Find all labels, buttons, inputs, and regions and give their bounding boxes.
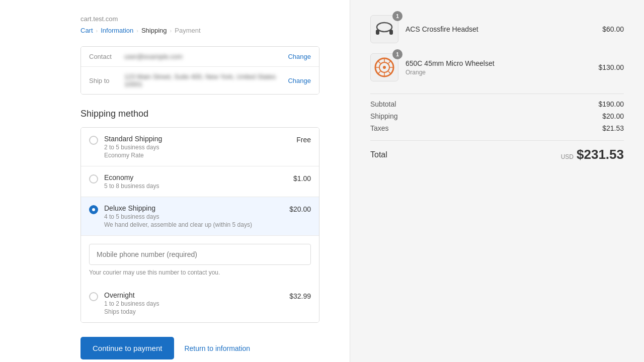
left-panel: cart.test.com Cart › Information › Shipp…: [0, 0, 350, 362]
option-desc-overnight: Ships today: [104, 308, 289, 315]
taxes-value: $21.53: [602, 124, 624, 132]
radio-overnight: [89, 292, 98, 301]
option-days-standard: 2 to 5 business days: [104, 144, 296, 151]
option-price-overnight: $32.99: [289, 291, 311, 300]
subtotal-value: $190.00: [598, 100, 624, 108]
order-item-wheel: 1 650C 45mm Micro Wheelset Orange $130.0…: [370, 53, 624, 81]
option-name-overnight: Overnight: [104, 291, 289, 299]
taxes-label: Taxes: [370, 124, 389, 132]
breadcrumb-information[interactable]: Information: [101, 27, 133, 34]
option-price-standard: Free: [296, 135, 311, 144]
sep-1: ›: [96, 28, 98, 34]
breadcrumb-payment: Payment: [175, 27, 200, 34]
contact-change-link[interactable]: Change: [288, 53, 311, 60]
grand-amount: $231.53: [577, 147, 624, 162]
phone-section: Your courier may use this number to cont…: [81, 235, 319, 284]
option-deluxe[interactable]: Deluxe Shipping 4 to 5 business days We …: [81, 197, 319, 235]
radio-deluxe: [89, 205, 98, 214]
grand-value-wrap: USD $231.53: [561, 147, 624, 162]
grand-currency: USD: [561, 153, 574, 160]
return-to-information-link[interactable]: Return to information: [184, 344, 250, 352]
shipto-change-link[interactable]: Change: [288, 77, 311, 84]
option-name-standard: Standard Shipping: [104, 135, 296, 143]
section-title: Shipping method: [80, 109, 319, 119]
breadcrumb: Cart › Information › Shipping › Payment: [80, 27, 319, 34]
grand-total-row: Total USD $231.53: [370, 140, 624, 162]
item-price-headset: $60.00: [602, 25, 624, 33]
item-price-wheel: $130.00: [598, 63, 624, 71]
store-name: cart.test.com: [80, 15, 319, 23]
option-days-overnight: 1 to 2 business days: [104, 300, 289, 307]
phone-input[interactable]: [89, 244, 311, 265]
option-name-deluxe: Deluxe Shipping: [104, 204, 289, 212]
option-desc-standard: Economy Rate: [104, 152, 296, 159]
option-economy[interactable]: Economy 5 to 8 business days $1.00: [81, 166, 319, 197]
sep-2: ›: [136, 28, 138, 34]
breadcrumb-shipping: Shipping: [141, 27, 167, 34]
wheel-svg: [374, 57, 395, 78]
item-name-headset: ACS Crossfire Headset: [406, 25, 602, 34]
item-info-wheel: 650C 45mm Micro Wheelset Orange: [406, 59, 598, 76]
option-details-standard: Standard Shipping 2 to 5 business days E…: [104, 135, 296, 159]
contact-value: user@example.com: [124, 53, 288, 60]
svg-point-5: [383, 66, 386, 69]
continue-to-payment-button[interactable]: Continue to payment: [80, 337, 174, 359]
taxes-row: Taxes $21.53: [370, 124, 624, 132]
radio-outer-economy: [89, 174, 98, 184]
radio-outer-overnight: [89, 292, 98, 301]
subtotal-label: Subtotal: [370, 100, 396, 108]
option-name-economy: Economy: [104, 173, 293, 182]
grand-total-label: Total: [370, 150, 387, 159]
shipto-value: 123 Main Street, Suite 400, New York, Un…: [124, 73, 288, 88]
radio-outer-standard: [89, 136, 98, 145]
svg-rect-1: [376, 30, 379, 35]
radio-standard: [89, 136, 98, 145]
contact-row: Contact user@example.com Change: [81, 47, 319, 66]
contact-label: Contact: [89, 53, 124, 60]
option-details-deluxe: Deluxe Shipping 4 to 5 business days We …: [104, 204, 289, 228]
shipping-row: Shipping $20.00: [370, 112, 624, 120]
radio-economy: [89, 174, 98, 184]
item-img-wrap-headset: 1: [370, 15, 398, 43]
right-panel: 1 ACS Crossfire Headset $60.00: [350, 0, 644, 362]
order-item-headset: 1 ACS Crossfire Headset $60.00: [370, 15, 624, 43]
option-standard[interactable]: Standard Shipping 2 to 5 business days E…: [81, 128, 319, 166]
item-variant-wheel: Orange: [406, 69, 598, 76]
item-name-wheel: 650C 45mm Micro Wheelset: [406, 59, 598, 68]
option-desc-deluxe: We hand deliver, assemble and clear up (…: [104, 221, 289, 228]
option-days-economy: 5 to 8 business days: [104, 183, 293, 190]
shipping-value: $20.00: [602, 112, 624, 120]
action-row: Continue to payment Return to informatio…: [80, 337, 319, 359]
svg-rect-0: [377, 23, 392, 32]
radio-inner-deluxe: [92, 208, 95, 211]
option-overnight[interactable]: Overnight 1 to 2 business days Ships tod…: [81, 284, 319, 322]
item-img-wrap-wheel: 1: [370, 53, 398, 81]
option-details-economy: Economy 5 to 8 business days: [104, 173, 293, 190]
option-days-deluxe: 4 to 5 business days: [104, 213, 289, 220]
option-details-overnight: Overnight 1 to 2 business days Ships tod…: [104, 291, 289, 315]
shipto-row: Ship to 123 Main Street, Suite 400, New …: [81, 66, 319, 94]
phone-hint: Your courier may use this number to cont…: [89, 269, 311, 276]
order-divider: [370, 94, 624, 94]
item-badge-headset: 1: [392, 11, 403, 21]
option-price-economy: $1.00: [293, 173, 311, 183]
shipto-label: Ship to: [89, 77, 124, 84]
shipping-label: Shipping: [370, 112, 398, 120]
subtotal-row: Subtotal $190.00: [370, 100, 624, 108]
item-info-headset: ACS Crossfire Headset: [406, 25, 602, 34]
order-totals: Subtotal $190.00 Shipping $20.00 Taxes $…: [370, 100, 624, 132]
svg-rect-2: [389, 30, 393, 35]
headset-svg: [375, 20, 394, 39]
order-items: 1 ACS Crossfire Headset $60.00: [370, 15, 624, 81]
breadcrumb-cart[interactable]: Cart: [80, 27, 93, 34]
shipping-options: Standard Shipping 2 to 5 business days E…: [80, 127, 319, 323]
item-badge-wheel: 1: [392, 49, 403, 59]
option-price-deluxe: $20.00: [289, 204, 311, 213]
sep-3: ›: [170, 28, 172, 34]
radio-outer-deluxe: [89, 205, 98, 214]
info-box: Contact user@example.com Change Ship to …: [80, 46, 319, 95]
